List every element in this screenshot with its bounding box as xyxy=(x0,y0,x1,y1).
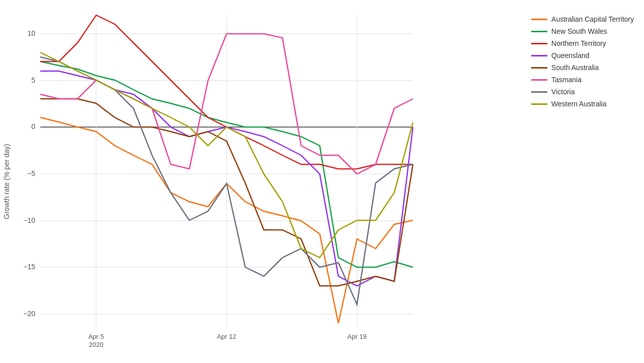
xtick-apr12: Apr 12 xyxy=(217,333,236,340)
legend-label-wa: Western Australia xyxy=(551,100,606,108)
legend-item-act: Australian Capital Territory xyxy=(531,15,634,23)
legend-line-tas xyxy=(531,79,547,81)
ytick-5: 5 xyxy=(31,76,35,84)
legend-line-wa xyxy=(531,103,547,105)
legend-label-nt: Northern Territory xyxy=(551,39,606,47)
legend-label-sa: South Australia xyxy=(551,64,599,72)
legend-item-nt: Northern Territory xyxy=(531,39,634,47)
legend-line-nt xyxy=(531,43,547,44)
xtick-apr19: Apr 19 xyxy=(347,333,367,340)
legend-label-nsw: New South Wales xyxy=(551,27,607,35)
legend-item-tas: Tasmania xyxy=(531,76,634,84)
ytick-neg15: −15 xyxy=(23,263,35,271)
ytick-0: 0 xyxy=(31,123,35,131)
ytick-10: 10 xyxy=(27,29,35,37)
xtick-2020: 2020 xyxy=(89,341,104,348)
legend-label-vic: Victoria xyxy=(551,88,575,96)
ytick-neg10: −10 xyxy=(23,216,35,224)
xtick-apr5: Apr 5 xyxy=(88,333,104,340)
ytick-neg5: −5 xyxy=(27,169,35,177)
legend-label-qld: Queensland xyxy=(551,51,590,59)
legend-item-wa: Western Australia xyxy=(531,100,634,108)
legend-line-act xyxy=(531,19,547,20)
chart-legend: Australian Capital Territory New South W… xyxy=(531,15,634,108)
legend-line-qld xyxy=(531,55,547,56)
legend-label-act: Australian Capital Territory xyxy=(551,15,634,23)
legend-item-qld: Queensland xyxy=(531,51,634,59)
legend-line-sa xyxy=(531,67,547,69)
ytick-neg20: −20 xyxy=(23,310,35,318)
legend-label-tas: Tasmania xyxy=(551,76,582,84)
chart-container: 10 5 0 −5 −10 −15 −20 Apr 5 2020 Apr 12 … xyxy=(0,0,644,363)
legend-line-nsw xyxy=(531,31,547,32)
yaxis-label: Growth rate (% per day) xyxy=(3,144,11,219)
legend-item-sa: South Australia xyxy=(531,64,634,72)
legend-line-vic xyxy=(531,91,547,93)
legend-item-nsw: New South Wales xyxy=(531,27,634,35)
legend-item-vic: Victoria xyxy=(531,88,634,96)
